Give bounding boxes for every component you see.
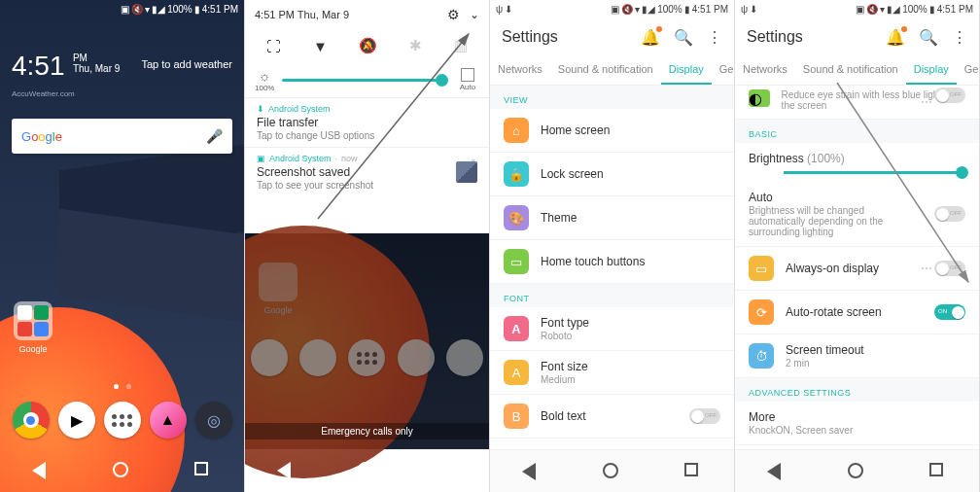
notification-shade-pane: Google 4:51 PM Thu, Mar 9 ⚙ ⌄ ⛶ ▼ 🔕 ✱ ▥ …: [245, 0, 490, 492]
tab-general[interactable]: General: [712, 56, 735, 85]
mute-icon: 🔇: [621, 4, 633, 15]
recents-button[interactable]: [929, 463, 947, 480]
section-basic: BASIC: [735, 120, 979, 143]
recents-button[interactable]: [439, 462, 457, 479]
play-store-app[interactable]: ▶: [58, 402, 95, 439]
wifi-icon: ▾: [880, 4, 885, 15]
row-more-icon[interactable]: ⋯: [921, 95, 930, 109]
google-search-bar[interactable]: Google 🎤: [12, 119, 232, 154]
font-size-icon: A: [504, 360, 529, 385]
search-icon[interactable]: 🔍: [674, 28, 693, 47]
camera-app[interactable]: ◎: [195, 402, 232, 439]
tab-networks[interactable]: Networks: [490, 56, 550, 85]
battery-icon: ▮: [929, 4, 935, 15]
nfc-icon: ▣: [856, 4, 864, 15]
home-button[interactable]: [848, 463, 865, 480]
aod-icon: ▭: [749, 256, 774, 281]
battery-pct: 100%: [167, 4, 192, 15]
bluetooth-toggle-icon[interactable]: ✱: [409, 37, 422, 54]
row-brightness[interactable]: Brightness (100%): [735, 143, 979, 169]
comfort-view-toggle[interactable]: [934, 88, 965, 103]
home-screen-pane: ▣ 🔇 ▾ ▮◢ 100% ▮ 4:51 PM 4:51 PM Thu, Mar…: [0, 0, 245, 492]
row-more-icon[interactable]: ⋯: [921, 262, 930, 275]
quick-settings-row: ⛶ ▼ 🔕 ✱ ▥: [245, 29, 489, 62]
back-button[interactable]: [522, 463, 540, 480]
settings-tabs: Networks Sound & notification Display Ge…: [735, 56, 979, 86]
battery-saver-icon[interactable]: ▥: [454, 37, 468, 54]
chrome-app[interactable]: [13, 402, 50, 439]
font-type-icon: A: [504, 316, 529, 341]
back-button[interactable]: [767, 463, 785, 480]
mute-icon: 🔇: [866, 4, 878, 15]
home-button[interactable]: [603, 463, 620, 480]
overflow-icon[interactable]: ⋮: [952, 28, 967, 47]
android-system-icon: ⬇: [257, 104, 264, 114]
row-font-type[interactable]: AFont typeRoboto: [490, 307, 734, 351]
search-icon[interactable]: 🔍: [919, 28, 938, 47]
aod-toggle[interactable]: [934, 261, 965, 276]
settings-gear-icon[interactable]: ⚙: [447, 7, 460, 22]
mic-icon[interactable]: 🎤: [206, 128, 223, 144]
settings-title: Settings: [747, 28, 803, 46]
notification-screenshot[interactable]: ▣Android System · now⌄ Screenshot saved …: [245, 147, 489, 196]
bold-text-toggle[interactable]: [689, 408, 720, 424]
wifi-toggle-icon[interactable]: ▼: [313, 38, 328, 54]
tab-general[interactable]: General: [957, 56, 980, 85]
notifications-icon[interactable]: 🔔: [641, 28, 660, 47]
row-font-size[interactable]: AFont sizeMedium: [490, 351, 734, 395]
row-bold-text[interactable]: BBold text: [490, 395, 734, 439]
expand-chevron-icon[interactable]: ⌄: [470, 8, 479, 21]
sound-toggle-icon[interactable]: 🔕: [359, 37, 377, 54]
row-theme[interactable]: 🎨Theme: [490, 196, 734, 240]
notification-file-transfer[interactable]: ⬇Android System File transfer Tap to cha…: [245, 97, 489, 147]
settings-list[interactable]: VIEW ⌂Home screen 🔒Lock screen 🎨Theme ▭H…: [490, 86, 734, 449]
clock-widget[interactable]: 4:51 PM Thu, Mar 9: [12, 53, 120, 80]
brightness-row: ☼100% Auto: [245, 62, 489, 97]
row-screen-timeout[interactable]: ⏱ Screen timeout2 min: [735, 334, 979, 378]
home-button[interactable]: [358, 462, 375, 479]
auto-brightness-toggle[interactable]: [934, 206, 965, 222]
google-folder[interactable]: [14, 301, 52, 340]
weather-widget[interactable]: Tap to add weather: [141, 58, 232, 70]
row-home-screen[interactable]: ⌂Home screen: [490, 109, 734, 153]
row-auto-rotate[interactable]: ⟳ Auto-rotate screen: [735, 291, 979, 334]
nfc-icon: ▣: [611, 4, 619, 15]
brightness-slider[interactable]: [282, 79, 448, 82]
tab-sound[interactable]: Sound & notification: [550, 56, 661, 85]
row-always-on-display[interactable]: ▭ Always-on display ⋯: [735, 247, 979, 291]
row-home-touch-buttons[interactable]: ▭Home touch buttons: [490, 240, 734, 284]
clock-date: Thu, Mar 9: [73, 63, 120, 74]
notifications-icon[interactable]: 🔔: [886, 28, 905, 47]
back-button[interactable]: [32, 462, 50, 479]
section-view: VIEW: [490, 86, 734, 109]
tab-sound[interactable]: Sound & notification: [795, 56, 906, 85]
gallery-app[interactable]: ▲: [150, 402, 187, 439]
row-more[interactable]: MoreKnockON, Screen saver: [735, 402, 979, 445]
tab-display[interactable]: Display: [906, 56, 957, 85]
row-comfort-view-partial[interactable]: ◐ Reduce eye strain with less blue light…: [735, 86, 979, 120]
theme-icon: 🎨: [504, 205, 529, 230]
wifi-icon: ▾: [145, 4, 150, 15]
auto-rotate-toggle[interactable]: [934, 304, 965, 320]
signal-icon: ▮◢: [887, 4, 900, 15]
tab-networks[interactable]: Networks: [735, 56, 795, 85]
clock-ampm: PM: [73, 53, 88, 63]
back-button[interactable]: [277, 462, 295, 479]
auto-brightness-checkbox[interactable]: Auto: [456, 68, 479, 91]
home-button[interactable]: [113, 462, 130, 479]
settings-display-pane-1: ψ⬇ ▣🔇▾▮◢ 100%▮4:51 PM Settings 🔔 🔍 ⋮ Net…: [490, 0, 735, 492]
brightness-slider[interactable]: [784, 171, 965, 174]
recents-button[interactable]: [194, 462, 212, 479]
status-bar: ▣ 🔇 ▾ ▮◢ 100% ▮ 4:51 PM: [0, 0, 244, 18]
app-drawer-button[interactable]: [104, 402, 141, 439]
fullscreen-icon[interactable]: ⛶: [266, 38, 281, 54]
row-auto-brightness[interactable]: AutoBrightness will be changed automatic…: [735, 182, 979, 247]
recents-button[interactable]: [684, 463, 702, 480]
settings-list[interactable]: ◐ Reduce eye strain with less blue light…: [735, 86, 979, 449]
tab-display[interactable]: Display: [661, 56, 712, 85]
row-lock-screen[interactable]: 🔒Lock screen: [490, 153, 734, 196]
overflow-icon[interactable]: ⋮: [707, 28, 722, 47]
accuweather-label: AccuWeather.com: [12, 89, 75, 98]
screenshot-thumbnail: [456, 161, 477, 183]
download-icon: ⬇: [505, 4, 512, 15]
